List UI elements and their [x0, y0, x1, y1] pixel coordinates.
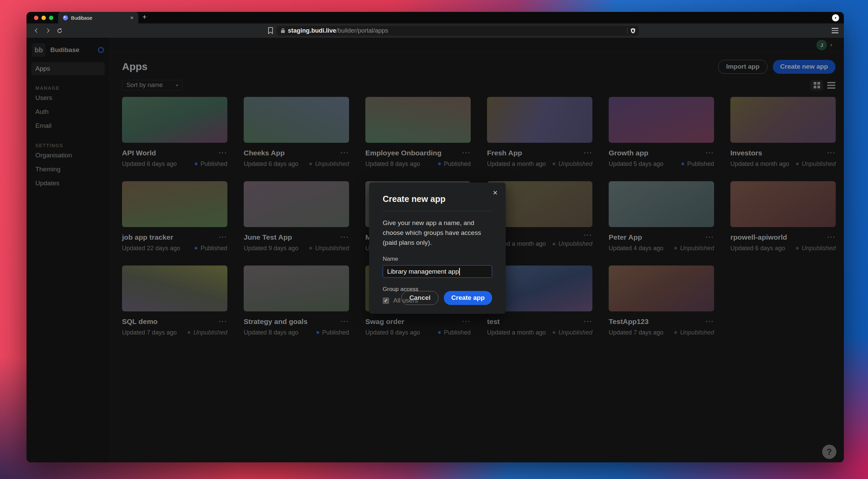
back-icon[interactable] [32, 26, 41, 35]
cancel-button[interactable]: Cancel [401, 291, 438, 305]
lock-icon [281, 28, 285, 33]
divider [383, 211, 492, 211]
tab-title: Budibase [71, 15, 126, 21]
tab-favicon-icon [63, 15, 68, 20]
help-button[interactable]: ? [822, 445, 836, 459]
new-tab-button[interactable]: + [138, 12, 151, 23]
create-app-button[interactable]: Create app [444, 291, 492, 305]
zoom-window-button[interactable] [49, 16, 53, 20]
modal-title: Create new app [383, 194, 492, 204]
tab-search-button[interactable]: ▾ [832, 14, 839, 21]
browser-menu-icon[interactable] [832, 28, 838, 33]
brave-shield-icon[interactable] [630, 28, 636, 34]
bookmark-icon[interactable] [268, 27, 273, 34]
text-caret [459, 268, 460, 275]
tab-close-icon[interactable]: × [129, 14, 135, 21]
close-window-button[interactable] [34, 16, 38, 20]
url-path: /builder/portal/apps [336, 27, 388, 34]
tab-strip: Budibase × + ▾ [27, 12, 844, 23]
page-viewport: bb Budibase Apps MANAGE Users Auth Email… [27, 38, 844, 462]
modal-description: Give your new app a name, and choose whi… [383, 218, 492, 247]
app-name-input[interactable]: Library management app [383, 265, 492, 278]
app-name-value: Library management app [387, 268, 459, 275]
name-field-label: Name [383, 256, 492, 262]
divider [627, 28, 627, 34]
browser-toolbar: staging.budi.live/builder/portal/apps [27, 23, 844, 38]
browser-tab[interactable]: Budibase × [58, 12, 138, 23]
url-host: staging.budi.live [288, 27, 336, 34]
modal-close-icon[interactable]: × [493, 189, 498, 197]
minimize-window-button[interactable] [41, 16, 46, 20]
all-users-checkbox[interactable]: ✓ [383, 297, 389, 304]
desktop: { "browser": { "tab_title": "Budibase", … [0, 0, 868, 479]
reload-icon[interactable] [55, 26, 64, 35]
window-controls [27, 12, 58, 23]
create-app-modal: × Create new app Give your new app a nam… [369, 183, 506, 314]
browser-window: Budibase × + ▾ staging.budi.live/builder… [27, 12, 844, 462]
url-bar[interactable]: staging.budi.live/builder/portal/apps [277, 26, 639, 36]
forward-icon[interactable] [44, 26, 52, 35]
